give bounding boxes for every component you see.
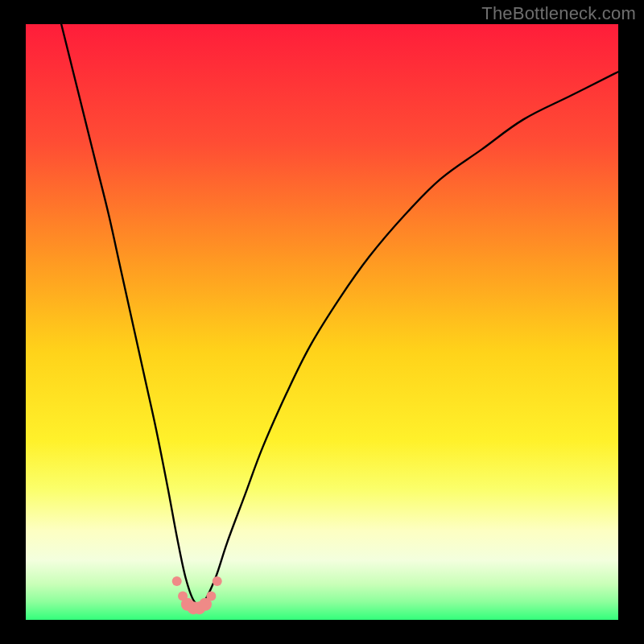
marker-dot [172,576,182,586]
plot-area [26,24,618,620]
chart-frame: TheBottleneck.com [0,0,644,644]
marker-dot [206,591,216,601]
chart-svg [26,24,618,620]
marker-dot [213,576,222,586]
gradient-background [26,24,618,620]
watermark-text: TheBottleneck.com [481,3,636,24]
